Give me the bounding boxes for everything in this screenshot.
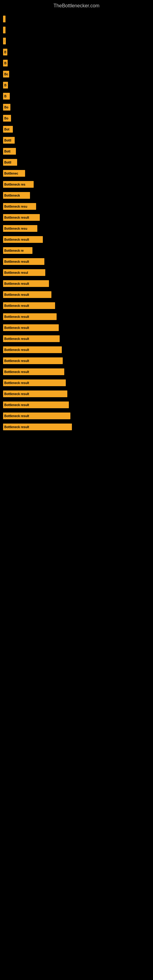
bar: Bottleneck result	[3, 280, 49, 287]
bar-row: E	[3, 37, 150, 45]
bars-container: FEBBBoBBBoBoBotBottlBottBottlBottlenecBo…	[0, 10, 153, 434]
bar-label: Bottleneck result	[4, 392, 29, 396]
bar: Bottleneck resu	[3, 225, 37, 232]
bar-row: Bottleneck result	[3, 213, 150, 222]
bar-row: Bottleneck resul	[3, 268, 150, 277]
bar: Bottleneck	[3, 192, 30, 199]
bar-row: Bottleneck result	[3, 379, 150, 387]
bar-row: Bottleneck result	[3, 257, 150, 266]
bar-row: Bottleneck resu	[3, 202, 150, 211]
bar-label: Bottleneck result	[4, 216, 29, 219]
bar-label: Bottl	[4, 139, 11, 142]
bar-row: Bottleneck result	[3, 368, 150, 376]
bar-row: Bottleneck resu	[3, 224, 150, 233]
bar-label: B	[4, 51, 6, 54]
bar: B	[3, 49, 7, 56]
bar-label: B	[4, 84, 6, 87]
bar-row: Bottleneck result	[3, 235, 150, 244]
bar: Bottleneck result	[3, 291, 51, 298]
bar-label: Bott	[4, 150, 10, 153]
bar: Bo	[3, 104, 10, 111]
bar: B	[3, 93, 10, 100]
bar: E	[3, 38, 6, 45]
bar: Bottleneck result	[3, 357, 63, 364]
bar: Bottleneck resu	[3, 203, 36, 210]
bar: Bottleneck result	[3, 346, 62, 353]
bar-row: B	[3, 48, 150, 56]
bar-row: Bottleneck result	[3, 301, 150, 310]
bar-row: Bottleneck result	[3, 390, 150, 398]
bar-label: Bottl	[4, 161, 11, 164]
bar: B	[3, 60, 8, 67]
bar-label: Bottleneck resu	[4, 205, 27, 208]
bar: Bottleneck result	[3, 423, 72, 430]
bar: Bottleneck result	[3, 214, 40, 221]
bar-label: Bottlenec	[4, 172, 18, 175]
bar-label: Bottleneck result	[4, 381, 29, 385]
bar-label: Bottleneck result	[4, 238, 29, 241]
bar: Bo	[3, 71, 9, 78]
bar-row: Bot	[3, 125, 150, 134]
bar: Bottleneck result	[3, 236, 43, 243]
bar-row: Bo	[3, 114, 150, 123]
site-title: TheBottlenecker.com	[0, 0, 153, 10]
bar-label: Bottleneck result	[4, 293, 29, 296]
bar-row: Bottl	[3, 136, 150, 145]
bar-row: F	[3, 26, 150, 34]
bar-label: Bo	[4, 106, 8, 109]
bar-row: Bottleneck result	[3, 401, 150, 409]
bar-row: Bottleneck result	[3, 290, 150, 299]
bar	[3, 16, 5, 22]
bar-row: B	[3, 59, 150, 67]
bar-label: Bottleneck result	[4, 337, 29, 340]
bar-label: Bottleneck re	[4, 249, 24, 252]
bar-label: Bot	[4, 128, 10, 131]
bar-label: E	[4, 40, 5, 43]
bar-label: Bottleneck result	[4, 304, 29, 307]
bar-label: Bottleneck result	[4, 370, 29, 374]
bar: Bottl	[3, 137, 15, 144]
bar: Bo	[3, 115, 11, 122]
bar-row: Bottlenec	[3, 169, 150, 178]
bar: Bottleneck re	[3, 247, 32, 254]
bar: F	[3, 27, 5, 33]
bar: Bottleneck result	[3, 368, 64, 375]
bar-row: Bottleneck result	[3, 345, 150, 354]
bar-label: Bottleneck result	[4, 282, 29, 285]
bar-label: Bottleneck resu	[4, 227, 27, 230]
bar-row: Bottleneck result	[3, 334, 150, 343]
bar-label: Bottleneck result	[4, 315, 29, 318]
bar-label: Bottleneck result	[4, 425, 29, 429]
bar-label: Bottleneck result	[4, 414, 29, 418]
bar: Bottleneck result	[3, 258, 45, 265]
bar-label: Bottleneck result	[4, 403, 29, 407]
bar: Bottleneck result	[3, 335, 60, 342]
site-title-container: TheBottlenecker.com	[0, 0, 153, 10]
bar-row: Bottleneck result	[3, 356, 150, 365]
bar-label: Bottleneck resul	[4, 271, 28, 274]
bar: Bottleneck res	[3, 181, 33, 188]
bar-row: B	[3, 81, 150, 89]
bar: B	[3, 82, 8, 89]
bar: Bottleneck result	[3, 324, 59, 331]
bar-row: Bottleneck res	[3, 180, 150, 189]
bar: Bottleneck result	[3, 302, 55, 309]
bar-row	[3, 15, 150, 23]
bar-label: Bottleneck result	[4, 359, 29, 363]
bar: Bot	[3, 126, 13, 133]
bar-label: Bottleneck	[4, 194, 20, 197]
bar: Bottleneck result	[3, 412, 70, 419]
bar-row: Bott	[3, 147, 150, 156]
bar: Bottleneck result	[3, 379, 66, 386]
bar-row: Bottleneck re	[3, 246, 150, 255]
bar-row: Bottl	[3, 158, 150, 167]
bar-row: Bo	[3, 103, 150, 111]
bar: Bottleneck resul	[3, 269, 45, 276]
bar-row: B	[3, 92, 150, 100]
bar-label: Bo	[4, 73, 8, 76]
bar: Bottleneck result	[3, 390, 67, 397]
bar-label: Bottleneck result	[4, 326, 29, 329]
bar: Bottleneck result	[3, 401, 69, 408]
bar-row: Bottleneck	[3, 191, 150, 200]
bar-row: Bottleneck result	[3, 312, 150, 321]
